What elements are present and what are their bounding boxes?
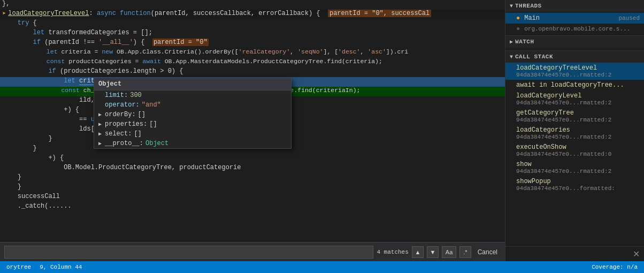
tooltip-title: Object <box>94 78 291 90</box>
stack-item-3[interactable]: getCategoryTree 94da38474e457e0...rmatte… <box>505 108 644 125</box>
status-right: Coverage: n/a <box>592 264 638 270</box>
threads-title: Threads <box>515 3 542 9</box>
threads-expand-icon <box>510 3 513 9</box>
code-line: const productCategories = await OB.App.M… <box>0 58 505 67</box>
threads-list: ● Main paused ● org.openbravo.mobile.cor… <box>505 12 644 35</box>
call-stack-header[interactable]: Call Stack <box>505 51 644 63</box>
code-line: }, <box>0 0 505 10</box>
debug-arrow-icon: ➤ <box>2 10 6 18</box>
variable-tooltip: Object limit: 300 operator: "and" ▶ orde… <box>94 78 292 149</box>
tooltip-operator: operator: "and" <box>94 100 291 110</box>
match-case-button[interactable]: Aa <box>442 246 456 258</box>
code-line: if (productCategories.length > 0) { <box>0 67 505 77</box>
editor-panel: }, ➤ loadCategoryTreeLevel : async funct… <box>0 0 505 261</box>
expand-arrow-icon: ▶ <box>98 140 105 147</box>
tooltip-limit: limit: 300 <box>94 90 291 100</box>
code-line-debug: ➤ loadCategoryTreeLevel : async function… <box>0 10 505 19</box>
tooltip-orderby[interactable]: ▶ orderBy: [] <box>94 110 291 119</box>
tooltip-properties[interactable]: ▶ properties: [] <box>94 119 291 129</box>
code-line: } <box>0 173 505 183</box>
code-line: OB.Model.ProductCategoryTree, productCat… <box>0 164 505 173</box>
callstack-expand-icon <box>510 54 513 60</box>
stack-item-1[interactable]: await in loadCategoryTree... <box>505 80 644 90</box>
main-layout: }, ➤ loadCategoryTreeLevel : async funct… <box>0 0 644 261</box>
threads-header[interactable]: Threads <box>505 0 644 12</box>
call-stack-title: Call Stack <box>515 54 553 60</box>
prev-match-button[interactable]: ▲ <box>412 246 424 258</box>
watch-header[interactable]: Watch <box>505 36 644 48</box>
code-line: ._catch(...... <box>0 202 505 212</box>
search-bar: 4 matches ▲ ▼ Aa .* Cancel <box>0 242 505 261</box>
search-input[interactable] <box>8 248 370 256</box>
code-line: try { <box>0 19 505 29</box>
watch-expand-icon <box>510 39 513 45</box>
code-line: +) { <box>0 154 505 164</box>
tooltip-proto[interactable]: ▶ __proto__: Object <box>94 139 291 148</box>
tooltip-select[interactable]: ▶ select: [] <box>94 129 291 139</box>
cursor-position: 9, Column 44 <box>40 264 82 270</box>
code-line: let criteria = new OB.App.Class.Criteria… <box>0 48 505 58</box>
stack-item-6[interactable]: show 94da38474e457e0...rmatted:2 <box>505 159 644 176</box>
regex-button[interactable]: .* <box>459 246 471 258</box>
thread-item-main[interactable]: ● Main paused <box>505 13 644 24</box>
stack-item-0[interactable]: loadCategoryTreeLevel 94da38474e457e0...… <box>505 63 644 80</box>
watch-title: Watch <box>515 39 534 45</box>
call-stack-list: loadCategoryTreeLevel 94da38474e457e0...… <box>505 63 644 246</box>
thread-active-icon: ● <box>516 14 520 22</box>
stack-item-2[interactable]: loadCategoryLevel 94da38474e457e0...rmat… <box>505 90 644 108</box>
stack-item-7[interactable]: showPopup 94da38474e457e0...formatted: <box>505 176 644 193</box>
close-panel-button[interactable]: ✕ <box>633 249 640 259</box>
expand-arrow-icon: ▶ <box>98 121 105 127</box>
stack-item-4[interactable]: loadCategories 94da38474e457e0...rmatted… <box>505 125 644 142</box>
thread-icon: ● <box>516 25 520 33</box>
cancel-search-button[interactable]: Cancel <box>474 247 501 257</box>
watch-section: Watch <box>505 36 644 51</box>
expand-arrow-icon: ▶ <box>98 111 105 118</box>
thread-item-secondary[interactable]: ● org.openbravo.mobile.core.s... <box>505 24 644 34</box>
coverage-status: Coverage: n/a <box>592 264 638 270</box>
close-panel-area: ✕ <box>505 246 644 261</box>
search-input-wrapper <box>4 246 373 259</box>
next-match-button[interactable]: ▼ <box>427 246 439 258</box>
code-line: } <box>0 183 505 193</box>
threads-section: Threads ● Main paused ● org.openbravo.mo… <box>505 0 644 36</box>
right-panel: Threads ● Main paused ● org.openbravo.mo… <box>505 0 644 261</box>
code-line: successCall <box>0 193 505 202</box>
code-line: let transformedCategories = []; <box>0 29 505 39</box>
code-line: if (parentId !== '__all__') { parentId =… <box>0 39 505 48</box>
match-count: 4 matches <box>377 249 408 255</box>
stack-item-5[interactable]: executeOnShow 94da38474e457e0...rmatted:… <box>505 142 644 159</box>
file-name: orytree <box>6 264 31 270</box>
call-stack-section: Call Stack loadCategoryTreeLevel 94da384… <box>505 51 644 261</box>
expand-arrow-icon: ▶ <box>98 131 105 137</box>
status-bar: orytree 9, Column 44 Coverage: n/a <box>0 261 644 273</box>
